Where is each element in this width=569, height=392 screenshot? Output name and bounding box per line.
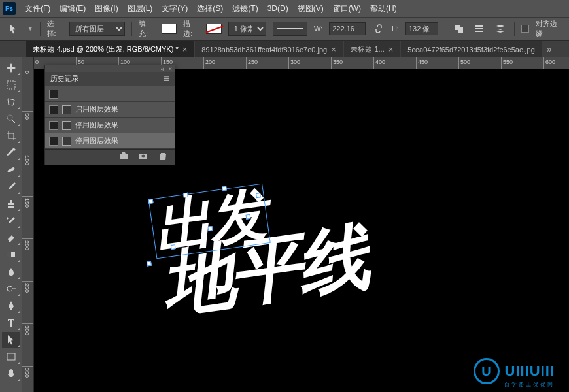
anchor-point[interactable] <box>183 193 188 198</box>
watermark-sub: 自学路上优优网 <box>504 381 555 388</box>
move-tool[interactable] <box>2 60 20 76</box>
height-input[interactable] <box>405 22 438 35</box>
marquee-icon <box>6 80 16 90</box>
ruler-tick: 300 <box>290 59 300 65</box>
tool-indicator-path-select[interactable] <box>5 21 21 37</box>
anchor-point[interactable] <box>171 244 176 250</box>
history-brush-icon <box>6 216 16 226</box>
blur-tool[interactable] <box>2 264 20 280</box>
stamp-tool[interactable] <box>2 196 20 212</box>
close-icon[interactable]: × <box>388 44 394 54</box>
doc-tab-1[interactable]: 未标题-4.psd @ 200% (出发, RGB/8/CMYK) *× <box>26 41 194 57</box>
path-arrange-button[interactable] <box>493 22 508 36</box>
anchor-point[interactable] <box>147 261 152 267</box>
watermark: U UIIIUIII 自学路上优优网 <box>474 358 555 384</box>
menu-file[interactable]: 文件(F) <box>25 3 50 14</box>
eyedropper-tool[interactable] <box>2 145 20 161</box>
heal-tool[interactable] <box>2 162 20 178</box>
close-icon[interactable]: × <box>168 65 172 73</box>
doc-tab-2[interactable]: 89128ab53db361ffeaf4fdf8016e7e0.jpg× <box>195 41 342 57</box>
history-item[interactable]: 停用图层效果 <box>45 118 175 133</box>
ruler-tick: 250 <box>24 283 30 293</box>
width-input[interactable] <box>329 22 366 35</box>
anchor-point[interactable] <box>148 199 154 204</box>
close-icon[interactable]: × <box>182 44 188 54</box>
camera-icon[interactable] <box>138 151 148 164</box>
solid-line-icon <box>277 28 303 29</box>
trash-icon[interactable] <box>158 151 168 164</box>
svg-point-10 <box>7 286 12 291</box>
history-item[interactable]: 启用图层效果 <box>45 102 175 118</box>
ruler-tick: 300 <box>24 325 30 335</box>
eraser-tool[interactable] <box>2 230 20 246</box>
tab-overflow-button[interactable]: » <box>543 41 556 57</box>
link-wh-button[interactable] <box>372 22 385 35</box>
doc-tab-4[interactable]: 5cea0472f65d72013d5f3fd2fe6e5ae.jpg <box>401 41 542 57</box>
history-label: 停用图层效果 <box>75 136 118 146</box>
path-select-tool[interactable] <box>2 332 20 348</box>
marquee-tool[interactable] <box>2 77 20 93</box>
history-panel: « × 历史记录 ≡ 启用图层效果 停用图层效果 <box>44 65 175 165</box>
path-align-button[interactable] <box>473 22 487 36</box>
history-brush-tool[interactable] <box>2 213 20 229</box>
lasso-tool[interactable] <box>2 94 20 110</box>
fill-swatch[interactable] <box>162 24 177 34</box>
polygon-lasso-icon <box>6 97 16 107</box>
anchor-point[interactable] <box>256 193 261 198</box>
menu-3d[interactable]: 3D(D) <box>267 4 288 13</box>
quick-select-tool[interactable] <box>2 111 20 127</box>
menu-image[interactable]: 图像(I) <box>95 3 118 14</box>
stroke-width-dropdown[interactable]: 1 像素 <box>228 22 266 36</box>
menu-layer[interactable]: 图层(L) <box>128 3 153 14</box>
ruler-origin[interactable] <box>22 57 34 69</box>
history-item[interactable] <box>45 86 175 102</box>
anchor-point[interactable] <box>245 214 250 220</box>
path-ops-button[interactable] <box>452 22 466 36</box>
drop-icon <box>6 267 16 277</box>
close-icon[interactable]: × <box>331 44 336 54</box>
crop-tool[interactable] <box>2 128 20 144</box>
arrow-solid-icon <box>6 335 16 345</box>
doc-tab-3[interactable]: 未标题-1...× <box>344 41 400 57</box>
menu-type[interactable]: 文字(Y) <box>162 3 188 14</box>
menu-view[interactable]: 视图(V) <box>298 3 324 14</box>
ruler-vertical[interactable]: 0 50 100 150 200 250 300 350 <box>22 69 34 392</box>
anchor-point[interactable] <box>222 186 227 191</box>
brush-icon <box>6 182 16 192</box>
collapse-icon[interactable]: « <box>161 65 165 73</box>
ruler-tick: 0 <box>35 59 39 65</box>
gradient-tool[interactable] <box>2 247 20 263</box>
options-bar: ▼ 选择: 所有图层 填充: 描边: 1 像素 W: H: 对齐边缘 <box>0 17 569 41</box>
dodge-tool[interactable] <box>2 281 20 297</box>
link-icon <box>373 24 384 34</box>
brush-tool[interactable] <box>2 179 20 195</box>
menu-filter[interactable]: 滤镜(T) <box>232 3 258 14</box>
app-logo: Ps <box>3 2 16 15</box>
hand-tool[interactable] <box>2 366 20 382</box>
shape-tool[interactable] <box>2 349 20 365</box>
menu-window[interactable]: 窗口(W) <box>333 3 361 14</box>
selected-text: 出发 <box>151 186 267 255</box>
menu-select[interactable]: 选择(S) <box>197 3 223 14</box>
select-label: 选择: <box>47 19 63 39</box>
panel-menu-icon[interactable]: ≡ <box>164 73 169 85</box>
menu-help[interactable]: 帮助(H) <box>370 3 397 14</box>
panel-dragbar[interactable]: « × <box>45 65 175 72</box>
menu-edit[interactable]: 编辑(E) <box>60 3 86 14</box>
pen-tool[interactable] <box>2 298 20 314</box>
stroke-style-dropdown[interactable] <box>273 22 307 36</box>
panel-title[interactable]: 历史记录 <box>50 74 79 84</box>
chevron-down-icon[interactable]: ▼ <box>27 25 33 32</box>
new-snapshot-icon[interactable] <box>118 151 129 164</box>
ruler-tick: 350 <box>333 59 343 65</box>
tab-label: 5cea0472f65d72013d5f3fd2fe6e5ae.jpg <box>407 46 535 54</box>
stroke-swatch[interactable] <box>206 24 222 34</box>
select-layers-dropdown[interactable]: 所有图层 <box>69 22 125 36</box>
anchor-point[interactable] <box>207 226 213 231</box>
align-edges-checkbox[interactable] <box>521 25 529 33</box>
type-tool[interactable] <box>2 315 20 331</box>
align-edges-label: 对齐边缘 <box>536 19 564 39</box>
history-item[interactable]: 停用图层效果 <box>45 133 175 149</box>
crop-icon <box>6 131 16 141</box>
stroke-label: 描边: <box>183 19 199 39</box>
